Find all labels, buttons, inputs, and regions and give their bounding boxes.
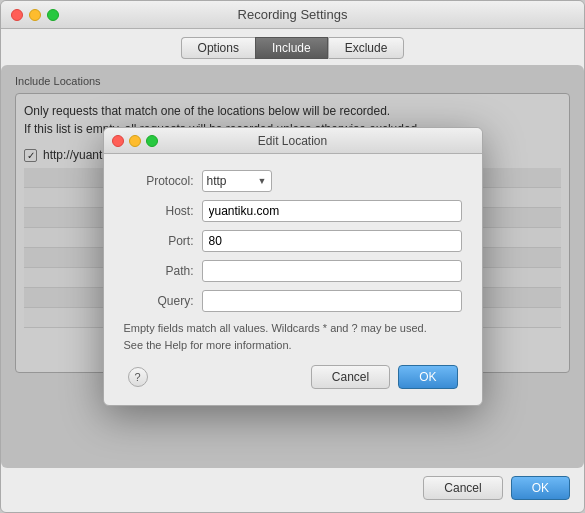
- main-bottom: Cancel OK: [1, 468, 584, 512]
- query-row: Query:: [124, 290, 462, 312]
- host-label: Host:: [124, 204, 194, 218]
- close-button[interactable]: [11, 9, 23, 21]
- protocol-select[interactable]: http ▼: [202, 170, 272, 192]
- dialog-maximize-button[interactable]: [146, 135, 158, 147]
- dialog-minimize-button[interactable]: [129, 135, 141, 147]
- tab-options[interactable]: Options: [181, 37, 255, 59]
- tab-bar: Options Include Exclude: [1, 29, 584, 65]
- main-cancel-button[interactable]: Cancel: [423, 476, 502, 500]
- modal-overlay: Edit Location Protocol: http ▼ Host:: [1, 65, 584, 468]
- dialog-bottom: ? Cancel OK: [124, 365, 462, 393]
- port-row: Port:: [124, 230, 462, 252]
- title-bar-buttons: [11, 9, 59, 21]
- dialog-cancel-button[interactable]: Cancel: [311, 365, 390, 389]
- dialog-titlebar: Edit Location: [104, 128, 482, 154]
- main-window: Recording Settings Options Include Exclu…: [0, 0, 585, 513]
- dialog-titlebar-buttons: [112, 135, 158, 147]
- dialog-hint: Empty fields match all values. Wildcards…: [124, 320, 462, 353]
- dialog-ok-button[interactable]: OK: [398, 365, 457, 389]
- title-bar: Recording Settings: [1, 1, 584, 29]
- port-label: Port:: [124, 234, 194, 248]
- protocol-value: http: [207, 174, 254, 188]
- dialog-title: Edit Location: [258, 134, 327, 148]
- maximize-button[interactable]: [47, 9, 59, 21]
- dialog-content: Protocol: http ▼ Host: Port:: [104, 154, 482, 405]
- dialog-close-button[interactable]: [112, 135, 124, 147]
- dropdown-arrow-icon: ▼: [258, 176, 267, 186]
- host-input[interactable]: [202, 200, 462, 222]
- path-input[interactable]: [202, 260, 462, 282]
- help-button[interactable]: ?: [128, 367, 148, 387]
- main-ok-button[interactable]: OK: [511, 476, 570, 500]
- tab-exclude[interactable]: Exclude: [328, 37, 405, 59]
- content-area: Include Locations Only requests that mat…: [1, 65, 584, 468]
- window-title: Recording Settings: [238, 7, 348, 22]
- path-label: Path:: [124, 264, 194, 278]
- query-input[interactable]: [202, 290, 462, 312]
- protocol-row: Protocol: http ▼: [124, 170, 462, 192]
- host-row: Host:: [124, 200, 462, 222]
- path-row: Path:: [124, 260, 462, 282]
- dialog-buttons: Cancel OK: [311, 365, 458, 389]
- tab-include[interactable]: Include: [255, 37, 328, 59]
- port-input[interactable]: [202, 230, 462, 252]
- protocol-label: Protocol:: [124, 174, 194, 188]
- minimize-button[interactable]: [29, 9, 41, 21]
- edit-dialog: Edit Location Protocol: http ▼ Host:: [103, 127, 483, 406]
- query-label: Query:: [124, 294, 194, 308]
